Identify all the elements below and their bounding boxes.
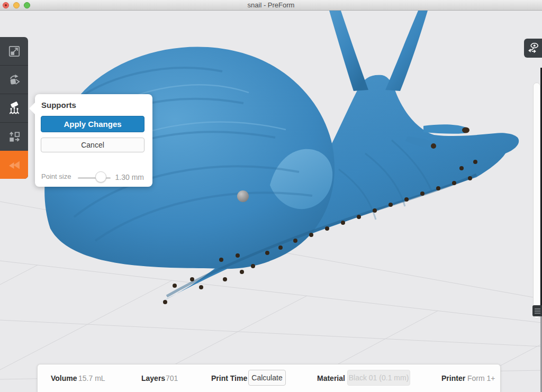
layout-tool-button[interactable] bbox=[0, 122, 28, 151]
point-size-label: Point size bbox=[41, 172, 71, 180]
orbit-view-icon bbox=[526, 41, 540, 55]
rotate-tool-button[interactable] bbox=[0, 65, 28, 94]
layout-icon bbox=[7, 130, 21, 144]
material-button[interactable]: Black 01 (0.1 mm) bbox=[347, 370, 410, 386]
snail-tentacle-right bbox=[385, 11, 428, 91]
layer-slider-track[interactable] bbox=[533, 83, 540, 318]
viewport-3d[interactable] bbox=[0, 11, 542, 392]
apply-changes-button[interactable]: Apply Changes bbox=[41, 116, 144, 132]
snail-tentacle-left bbox=[329, 11, 368, 91]
calculate-button[interactable]: Calculate bbox=[248, 370, 286, 386]
formlabs-button[interactable] bbox=[0, 151, 28, 179]
volume-label: Volume bbox=[51, 374, 77, 382]
layers-label: Layers bbox=[141, 374, 165, 382]
layers-value: 701 bbox=[166, 374, 178, 382]
scale-tool-button[interactable] bbox=[0, 37, 28, 65]
print-time-label: Print Time bbox=[211, 374, 247, 382]
point-size-slider-handle[interactable] bbox=[95, 171, 106, 183]
supports-tool-button[interactable] bbox=[0, 94, 28, 122]
tool-sidebar bbox=[0, 37, 28, 179]
volume-value: 15.7 mL bbox=[78, 374, 105, 382]
panel-caret bbox=[29, 103, 35, 114]
preform-window: snail - PreForm bbox=[0, 0, 542, 392]
point-size-value: 1.30 mm bbox=[115, 173, 144, 181]
supports-icon bbox=[7, 102, 21, 115]
orbit-view-button[interactable] bbox=[524, 39, 542, 58]
printer-label: Printer bbox=[441, 374, 465, 382]
scale-icon bbox=[7, 44, 21, 58]
status-bar: Volume 15.7 mL Layers 701 Print Time Cal… bbox=[37, 364, 501, 392]
butterfly-icon bbox=[7, 158, 22, 172]
window-title: snail - PreForm bbox=[0, 1, 542, 9]
panel-title: Supports bbox=[41, 101, 76, 110]
layer-slider-handle[interactable] bbox=[532, 305, 542, 316]
titlebar: snail - PreForm bbox=[0, 0, 542, 11]
printer-value: Form 1+ bbox=[467, 374, 495, 382]
rotate-icon bbox=[7, 73, 21, 87]
supports-panel: Supports Apply Changes Cancel Point size… bbox=[35, 94, 152, 187]
cancel-button[interactable]: Cancel bbox=[41, 138, 144, 152]
material-label: Material bbox=[317, 374, 345, 382]
support-point-preview[interactable] bbox=[237, 190, 249, 202]
